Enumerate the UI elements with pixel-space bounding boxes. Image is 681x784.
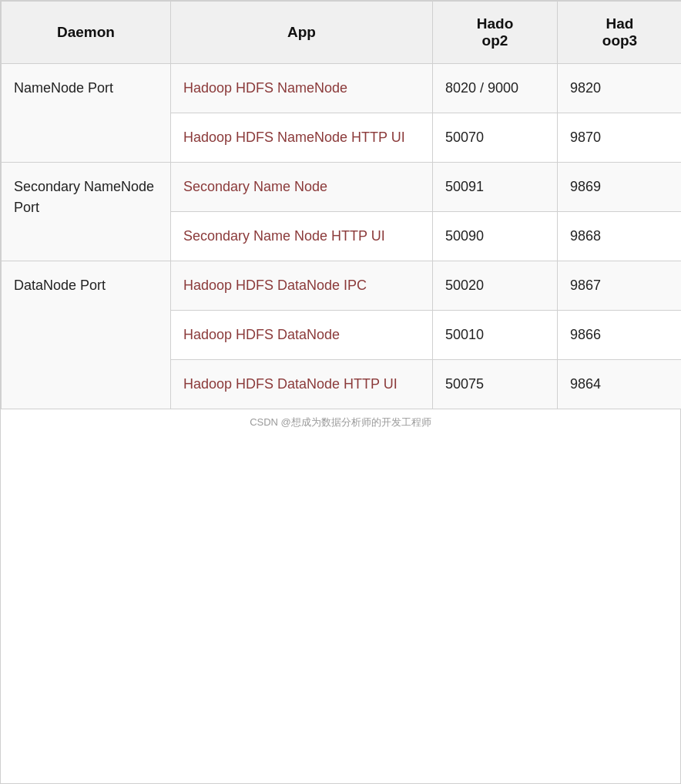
app-cell: Hadoop HDFS NameNode [171,64,433,113]
hadoop2-port-cell: 50091 [433,163,558,212]
table-row: NameNode PortHadoop HDFS NameNode8020 / … [2,64,682,113]
hadoop2-port-cell: 50075 [433,360,558,409]
app-cell: Hadoop HDFS DataNode IPC [171,261,433,311]
hadoop2-port-cell: 50090 [433,212,558,261]
daemon-cell: NameNode Port [2,64,171,163]
daemon-cell: DataNode Port [2,261,171,409]
hadoop3-port-cell: 9866 [558,311,682,360]
header-app: App [171,2,433,64]
hadoop2-port-cell: 8020 / 9000 [433,64,558,113]
hadoop3-port-cell: 9869 [558,163,682,212]
port-table: Daemon App Hadoop2 Hadoop3 NameNode Port… [1,1,681,409]
table-header-row: Daemon App Hadoop2 Hadoop3 [2,2,682,64]
header-hadoop2: Hadoop2 [433,2,558,64]
app-cell: Hadoop HDFS DataNode [171,311,433,360]
hadoop3-port-cell: 9867 [558,261,682,311]
header-hadoop3: Hadoop3 [558,2,682,64]
app-cell: Hadoop HDFS DataNode HTTP UI [171,360,433,409]
header-daemon: Daemon [2,2,171,64]
hadoop2-port-cell: 50070 [433,113,558,163]
table-container: Daemon App Hadoop2 Hadoop3 NameNode Port… [0,0,681,784]
app-cell: Hadoop HDFS NameNode HTTP UI [171,113,433,163]
table-row: Secondary NameNode PortSecondary Name No… [2,163,682,212]
hadoop2-port-cell: 50010 [433,311,558,360]
app-cell: Secondary Name Node HTTP UI [171,212,433,261]
table-row: DataNode PortHadoop HDFS DataNode IPC500… [2,261,682,311]
hadoop3-port-cell: 9820 [558,64,682,113]
hadoop2-port-cell: 50020 [433,261,558,311]
hadoop3-port-cell: 9864 [558,360,682,409]
hadoop3-port-cell: 9868 [558,212,682,261]
watermark: CSDN @想成为数据分析师的开发工程师 [1,409,680,432]
daemon-cell: Secondary NameNode Port [2,163,171,261]
hadoop3-port-cell: 9870 [558,113,682,163]
app-cell: Secondary Name Node [171,163,433,212]
